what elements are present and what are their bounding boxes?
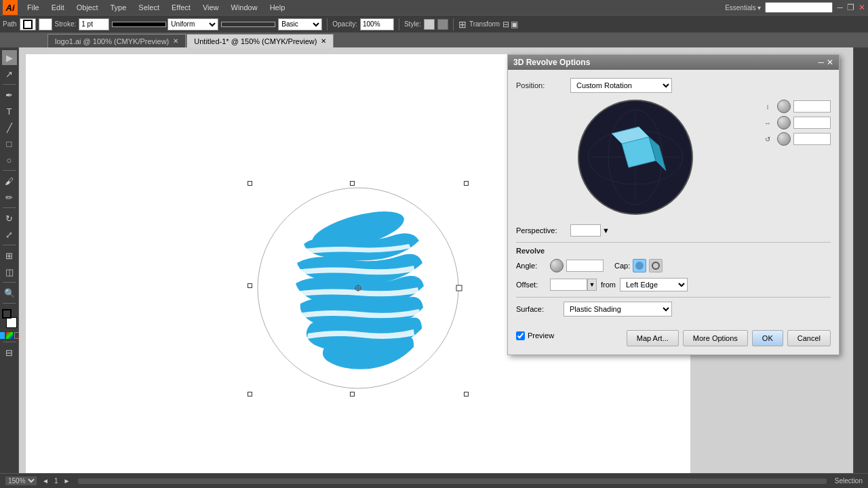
stroke-color-box[interactable] — [2, 309, 12, 319]
ok-button[interactable]: OK — [752, 330, 783, 346]
artboard-tool[interactable]: ⊟ — [2, 345, 17, 360]
z-rotation-row: ↺ 30° — [761, 132, 831, 146]
menu-edit[interactable]: Edit — [46, 2, 70, 13]
x-rotation-knob[interactable] — [777, 100, 791, 113]
dialog-min-btn[interactable]: ─ — [818, 58, 824, 67]
offset-stepper[interactable]: ▼ — [587, 279, 597, 291]
align-icon[interactable]: ⊟ — [502, 20, 509, 29]
right-sidebar — [853, 47, 868, 473]
surface-select[interactable]: Plastic Shading Diffuse Shading No Shadi… — [564, 302, 672, 317]
ellipse-tool[interactable]: ○ — [2, 152, 17, 167]
gradient-tool[interactable]: ◫ — [2, 264, 17, 279]
restore-btn[interactable]: ❐ — [847, 3, 854, 12]
z-rotation-input[interactable]: 30° — [793, 133, 831, 145]
perspective-arrow[interactable]: ▼ — [602, 226, 610, 235]
path-label: Path — [3, 20, 17, 28]
tab-close-untitled1[interactable]: ✕ — [321, 37, 326, 45]
menu-effect[interactable]: Effect — [166, 2, 196, 13]
y-rotation-knob[interactable] — [777, 116, 791, 129]
minimize-btn[interactable]: ─ — [837, 3, 843, 12]
offset-input[interactable]: 0 pt — [550, 279, 587, 291]
position-row: Position: Custom Rotation — [516, 78, 831, 93]
gradient-swatch[interactable] — [6, 332, 13, 339]
cap-btn-solid[interactable] — [633, 259, 646, 272]
dialog-footer: Preview Map Art... More Options OK Cance… — [516, 325, 831, 346]
stroke-preview — [112, 22, 166, 27]
stroke-label: Stroke: — [55, 20, 77, 28]
artwork-object[interactable] — [250, 183, 467, 394]
style-swatch2 — [437, 19, 448, 30]
handle-br[interactable] — [464, 392, 469, 396]
handle-bl[interactable] — [248, 392, 252, 396]
blend-tool[interactable]: ⊞ — [2, 248, 17, 263]
sphere-svg — [250, 183, 467, 393]
cap-btn-hollow[interactable] — [649, 259, 663, 272]
menu-object[interactable]: Object — [71, 2, 104, 13]
transform-icon[interactable]: ⊞ — [458, 19, 467, 30]
stroke-type-select[interactable]: Basic — [278, 18, 322, 30]
tab-untitled1[interactable]: Untitled-1* @ 150% (CMYK/Preview) ✕ — [186, 34, 334, 47]
tab-close-logo1[interactable]: ✕ — [173, 37, 178, 45]
close-btn[interactable]: ✕ — [859, 3, 865, 12]
preview-checkbox[interactable] — [516, 331, 525, 340]
handle-tr[interactable] — [464, 181, 469, 186]
cancel-button[interactable]: Cancel — [787, 330, 831, 346]
cap-hollow-icon — [651, 261, 660, 270]
handle-tm[interactable] — [350, 181, 355, 186]
stroke-input[interactable] — [79, 18, 109, 30]
zoom-control[interactable]: 150% 100% 200% — [5, 476, 37, 485]
menu-select[interactable]: Select — [133, 2, 165, 13]
rotate-tool[interactable]: ↻ — [2, 211, 17, 226]
canvas-area[interactable]: 3D Revolve Options ─ ✕ Position: Custom … — [19, 47, 853, 473]
pathfinder-icon[interactable]: ▣ — [511, 20, 518, 29]
map-art-button[interactable]: Map Art... — [627, 330, 679, 346]
search-input[interactable] — [765, 2, 833, 13]
y-rotation-row: ↔ -13° — [761, 116, 831, 129]
z-rotation-knob[interactable] — [777, 132, 791, 146]
menu-view[interactable]: View — [197, 2, 224, 13]
pen-tool[interactable]: ✒ — [2, 87, 17, 102]
menu-file[interactable]: File — [22, 2, 45, 13]
handle-ml[interactable] — [248, 283, 252, 288]
line-tool[interactable]: ╱ — [2, 120, 17, 135]
stroke-color-swatch[interactable] — [20, 18, 36, 30]
perspective-input[interactable]: 0° — [570, 224, 601, 237]
angle-input[interactable]: 360° — [566, 260, 604, 272]
tab-logo1[interactable]: logo1.ai @ 100% (CMYK/Preview) ✕ — [47, 34, 186, 47]
color-swatch[interactable] — [0, 332, 5, 339]
type-tool[interactable]: T — [2, 104, 17, 119]
selection-tool[interactable]: ▶ — [2, 50, 17, 65]
brush-tool[interactable]: 🖌 — [2, 174, 17, 188]
pencil-tool[interactable]: ✏ — [2, 190, 17, 205]
scale-tool[interactable]: ⤢ — [2, 227, 17, 242]
fill-color-box[interactable] — [6, 317, 17, 328]
stroke-style-select[interactable]: Uniform — [167, 18, 218, 30]
zoom-select[interactable]: 150% 100% 200% — [5, 476, 37, 485]
handle-tl[interactable] — [248, 181, 252, 186]
from-select[interactable]: Left Edge Right Edge — [620, 278, 688, 291]
menu-window[interactable]: Window — [226, 2, 263, 13]
more-options-button[interactable]: More Options — [683, 330, 748, 346]
z-rotation-icon: ↺ — [761, 132, 774, 146]
rect-tool[interactable]: □ — [2, 136, 17, 151]
opacity-input[interactable] — [360, 18, 394, 30]
fill-swatch[interactable] — [39, 18, 52, 30]
direct-selection-tool[interactable]: ↗ — [2, 66, 17, 81]
dialog-close-btn[interactable]: ✕ — [827, 58, 833, 67]
nav-next[interactable]: ► — [63, 477, 70, 485]
nav-prev[interactable]: ◄ — [42, 477, 49, 485]
cap-label: Cap: — [614, 262, 630, 270]
angle-knob[interactable] — [550, 259, 564, 272]
menu-help[interactable]: Help — [264, 2, 291, 13]
3d-preview-sphere[interactable] — [578, 100, 693, 215]
tool-name: Selection — [835, 477, 863, 485]
y-rotation-input[interactable]: -13° — [793, 117, 831, 129]
menu-type[interactable]: Type — [105, 2, 132, 13]
x-rotation-input[interactable]: -13° — [793, 100, 831, 113]
toolbar: Path Stroke: Uniform Basic Opacity: Styl… — [0, 15, 868, 33]
handle-bm[interactable] — [350, 392, 355, 396]
main-area: ▶ ↗ ✒ T ╱ □ ○ 🖌 ✏ ↻ ⤢ ⊞ ◫ 🔍 ⊟ — [0, 47, 868, 473]
position-select[interactable]: Custom Rotation — [570, 78, 672, 93]
svg-rect-5 — [456, 285, 462, 291]
zoom-tool[interactable]: 🔍 — [2, 285, 17, 300]
